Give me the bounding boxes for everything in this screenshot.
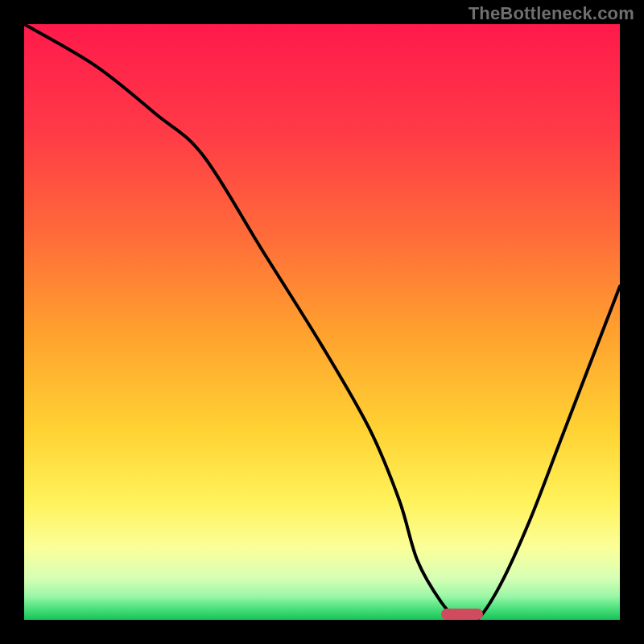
plot-area (24, 24, 620, 620)
bottleneck-curve (24, 24, 620, 620)
attribution-text: TheBottleneck.com (469, 3, 634, 24)
optimal-marker (441, 609, 483, 620)
chart-frame: TheBottleneck.com (0, 0, 644, 644)
